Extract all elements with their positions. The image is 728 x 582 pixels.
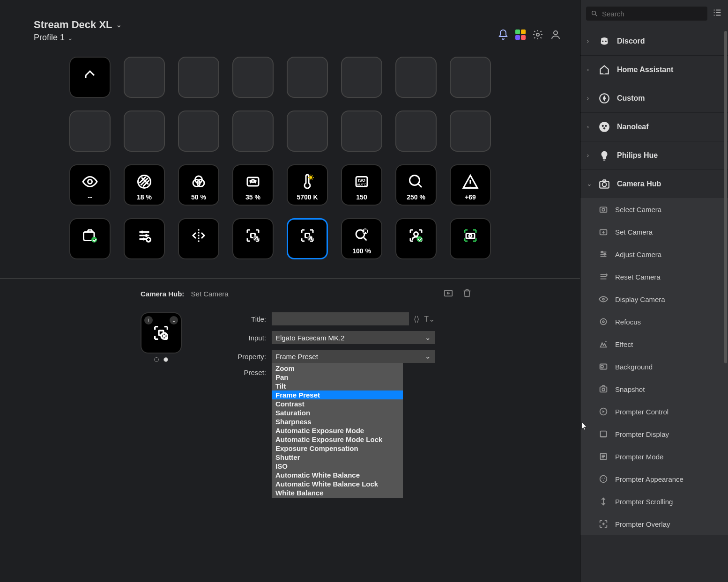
category-custom[interactable]: › Custom xyxy=(580,84,728,113)
svg-rect-36 xyxy=(603,70,605,74)
dropdown-option[interactable]: Saturation xyxy=(272,408,403,417)
page-dot[interactable] xyxy=(154,357,159,362)
dropdown-option[interactable]: Automatic Exposure Mode Lock xyxy=(272,435,403,444)
deck-key-4[interactable] xyxy=(287,57,328,98)
property-select[interactable]: Frame Preset ⌄ xyxy=(272,350,435,363)
trash-icon[interactable] xyxy=(462,288,472,298)
action-refocus[interactable]: Refocus xyxy=(580,310,728,333)
deck-key-13[interactable] xyxy=(341,111,382,152)
scrollbar-thumb[interactable] xyxy=(724,31,727,363)
action-reset-camera[interactable]: Reset Camera xyxy=(580,265,728,288)
property-dropdown[interactable]: ZoomPanTiltFrame PresetContrastSaturatio… xyxy=(272,363,403,498)
deck-key-30[interactable] xyxy=(395,218,437,259)
inspector-action: Set Camera xyxy=(191,290,229,298)
deck-key-11[interactable] xyxy=(232,111,274,152)
dropdown-option[interactable]: Frame Preset xyxy=(272,390,403,399)
deck-key-6[interactable] xyxy=(395,57,437,98)
title-input[interactable] xyxy=(272,312,409,325)
deck-key-23[interactable]: +69 xyxy=(450,164,491,206)
deck-key-1[interactable] xyxy=(124,57,165,98)
deck-key-16[interactable]: -- xyxy=(69,164,111,206)
action-snapshot[interactable]: Snapshot xyxy=(580,378,728,400)
deck-key-28[interactable] xyxy=(287,218,328,259)
deck-key-12[interactable] xyxy=(287,111,328,152)
action-prompter-scrolling[interactable]: Prompter Scrolling xyxy=(580,490,728,513)
dropdown-option[interactable]: Pan xyxy=(272,373,403,382)
deck-key-19[interactable]: 35 % xyxy=(232,164,274,206)
link-icon[interactable]: ⟨⟩ xyxy=(414,315,419,324)
dropdown-option[interactable]: Shutter xyxy=(272,453,403,462)
deck-key-5[interactable] xyxy=(341,57,382,98)
dropdown-option[interactable]: Automatic White Balance Lock xyxy=(272,479,403,488)
action-label: Snapshot xyxy=(615,385,645,393)
action-prompter-display[interactable]: Prompter Display xyxy=(580,423,728,445)
deck-key-10[interactable] xyxy=(178,111,219,152)
deck-key-14[interactable] xyxy=(395,111,437,152)
deck-key-15[interactable] xyxy=(450,111,491,152)
profile-selector[interactable]: Profile 1 ⌄ xyxy=(34,33,546,43)
deck-key-7[interactable] xyxy=(450,57,491,98)
deck-key-8[interactable] xyxy=(69,111,111,152)
dropdown-option[interactable]: Tilt xyxy=(272,382,403,390)
dropdown-option[interactable]: Automatic Exposure Mode xyxy=(272,426,403,435)
category-discord[interactable]: › Discord xyxy=(580,27,728,56)
chevron-down-icon[interactable]: ⌄ xyxy=(170,316,178,324)
action-display-camera[interactable]: Display Camera xyxy=(580,288,728,310)
page-dot[interactable] xyxy=(163,357,168,362)
chevron-down-icon: ⌄ xyxy=(425,333,431,342)
key-label: 5700 K xyxy=(297,193,318,201)
action-prompter-appearance[interactable]: Prompter Appearance xyxy=(580,468,728,490)
dropdown-option[interactable]: Exposure Compensation xyxy=(272,444,403,453)
action-select-camera[interactable]: Select Camera xyxy=(580,198,728,221)
dropdown-option[interactable]: White Balance xyxy=(272,488,403,497)
action-label: Refocus xyxy=(615,318,641,326)
deck-key-2[interactable] xyxy=(178,57,219,98)
deck-key-31[interactable] xyxy=(450,218,491,259)
deck-key-29[interactable]: 100 % xyxy=(341,218,382,259)
deck-key-17[interactable]: 18 % xyxy=(124,164,165,206)
user-icon[interactable] xyxy=(550,29,561,40)
svg-point-18 xyxy=(142,238,145,241)
search-input[interactable] xyxy=(586,7,707,21)
deck-key-22[interactable]: 250 % xyxy=(395,164,437,206)
key-preview[interactable]: + ⌄ xyxy=(141,312,182,354)
plus-icon[interactable]: + xyxy=(144,316,153,324)
input-select[interactable]: Elgato Facecam MK.2 ⌄ xyxy=(272,331,435,344)
device-selector[interactable]: Stream Deck XL ⌄ xyxy=(34,19,546,31)
deck-key-0[interactable] xyxy=(69,57,111,98)
gear-icon[interactable] xyxy=(532,29,543,40)
deck-key-25[interactable] xyxy=(124,218,165,259)
action-background[interactable]: Background xyxy=(580,355,728,378)
text-style-icon[interactable]: T⌄ xyxy=(424,315,435,324)
deck-key-26[interactable] xyxy=(178,218,219,259)
bell-icon[interactable] xyxy=(498,29,509,40)
deck-key-18[interactable]: 50 % xyxy=(178,164,219,206)
category-home-assistant[interactable]: › Home Assistant xyxy=(580,56,728,84)
action-set-camera[interactable]: Set Camera xyxy=(580,221,728,243)
svg-point-1 xyxy=(554,31,557,35)
deck-key-27[interactable] xyxy=(232,218,274,259)
dropdown-option[interactable]: ISO xyxy=(272,462,403,471)
dropdown-option[interactable]: Sharpness xyxy=(272,417,403,426)
apps-icon[interactable] xyxy=(515,29,526,40)
list-view-icon[interactable] xyxy=(712,7,722,20)
deck-key-9[interactable] xyxy=(124,111,165,152)
action-prompter-overlay[interactable]: Prompter Overlay xyxy=(580,513,728,535)
dropdown-option[interactable]: Zoom xyxy=(272,364,403,373)
action-prompter-mode[interactable]: Prompter Mode xyxy=(580,445,728,468)
action-icon xyxy=(598,496,609,507)
action-effect[interactable]: Effect xyxy=(580,333,728,355)
action-label: Prompter Overlay xyxy=(615,520,670,528)
folder-back-icon[interactable] xyxy=(443,288,453,298)
category-philips-hue[interactable]: › Philips Hue xyxy=(580,141,728,170)
action-prompter-control[interactable]: Prompter Control xyxy=(580,400,728,423)
category-camera-hub[interactable]: ⌄ Camera Hub xyxy=(580,170,728,198)
deck-key-3[interactable] xyxy=(232,57,274,98)
dropdown-option[interactable]: Automatic White Balance xyxy=(272,471,403,479)
dropdown-option[interactable]: Contrast xyxy=(272,399,403,408)
deck-key-21[interactable]: ISOAUTO150 xyxy=(341,164,382,206)
action-adjust-camera[interactable]: Adjust Camera xyxy=(580,243,728,265)
deck-key-24[interactable] xyxy=(69,218,111,259)
category-nanoleaf[interactable]: › Nanoleaf xyxy=(580,113,728,141)
deck-key-20[interactable]: 5700 K xyxy=(287,164,328,206)
